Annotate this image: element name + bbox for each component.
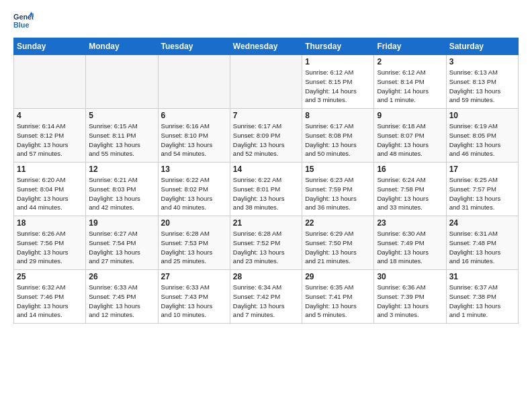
day-of-week-header: Saturday (446, 38, 518, 55)
day-info: Sunrise: 6:32 AM Sunset: 7:46 PM Dayligh… (17, 283, 83, 320)
calendar-cell: 9Sunrise: 6:18 AM Sunset: 8:07 PM Daylig… (374, 109, 446, 163)
day-number: 23 (377, 218, 443, 228)
day-info: Sunrise: 6:21 AM Sunset: 8:03 PM Dayligh… (89, 175, 154, 212)
day-number: 4 (17, 111, 83, 120)
calendar-week-row: 18Sunrise: 6:26 AM Sunset: 7:56 PM Dayli… (14, 216, 519, 270)
day-number: 13 (161, 165, 227, 174)
calendar-cell: 23Sunrise: 6:30 AM Sunset: 7:49 PM Dayli… (374, 216, 446, 270)
day-number: 10 (449, 111, 515, 120)
day-of-week-header: Monday (86, 38, 158, 55)
calendar-cell: 21Sunrise: 6:28 AM Sunset: 7:52 PM Dayli… (230, 216, 302, 270)
calendar-cell: 5Sunrise: 6:15 AM Sunset: 8:11 PM Daylig… (86, 109, 158, 163)
calendar-cell (230, 55, 302, 109)
calendar-cell (14, 55, 86, 109)
day-number: 27 (161, 272, 227, 281)
calendar-cell: 15Sunrise: 6:23 AM Sunset: 7:59 PM Dayli… (302, 163, 374, 216)
calendar-cell: 11Sunrise: 6:20 AM Sunset: 8:04 PM Dayli… (14, 163, 86, 216)
day-number: 18 (17, 218, 83, 228)
logo-icon: General Blue (13, 11, 34, 31)
day-number: 31 (449, 272, 515, 281)
page-container: General Blue SundayMondayTuesdayWednesda… (0, 0, 532, 330)
calendar-cell: 26Sunrise: 6:33 AM Sunset: 7:45 PM Dayli… (86, 270, 158, 324)
calendar-week-row: 11Sunrise: 6:20 AM Sunset: 8:04 PM Dayli… (14, 163, 519, 216)
calendar-cell: 17Sunrise: 6:25 AM Sunset: 7:57 PM Dayli… (446, 163, 518, 216)
calendar-cell (158, 55, 230, 109)
day-number: 24 (449, 218, 515, 228)
calendar-week-row: 1Sunrise: 6:12 AM Sunset: 8:15 PM Daylig… (14, 55, 519, 109)
day-number: 19 (89, 218, 154, 228)
day-number: 29 (305, 272, 371, 281)
day-info: Sunrise: 6:33 AM Sunset: 7:45 PM Dayligh… (89, 283, 154, 320)
calendar-cell: 4Sunrise: 6:14 AM Sunset: 8:12 PM Daylig… (14, 109, 86, 163)
calendar-cell: 1Sunrise: 6:12 AM Sunset: 8:15 PM Daylig… (302, 55, 374, 109)
day-number: 26 (89, 272, 154, 281)
calendar-table: SundayMondayTuesdayWednesdayThursdayFrid… (13, 38, 519, 324)
day-number: 8 (305, 111, 371, 120)
day-number: 16 (377, 165, 443, 174)
day-number: 11 (17, 165, 83, 174)
day-number: 28 (233, 272, 299, 281)
day-info: Sunrise: 6:28 AM Sunset: 7:52 PM Dayligh… (233, 229, 299, 266)
calendar-cell: 31Sunrise: 6:37 AM Sunset: 7:38 PM Dayli… (446, 270, 518, 324)
day-info: Sunrise: 6:17 AM Sunset: 8:08 PM Dayligh… (305, 122, 371, 158)
day-of-week-header: Friday (374, 38, 446, 55)
day-info: Sunrise: 6:34 AM Sunset: 7:42 PM Dayligh… (233, 283, 299, 320)
calendar-cell: 24Sunrise: 6:31 AM Sunset: 7:48 PM Dayli… (446, 216, 518, 270)
calendar-cell: 20Sunrise: 6:28 AM Sunset: 7:53 PM Dayli… (158, 216, 230, 270)
day-number: 3 (449, 57, 515, 66)
day-info: Sunrise: 6:23 AM Sunset: 7:59 PM Dayligh… (305, 175, 371, 212)
calendar-cell: 10Sunrise: 6:19 AM Sunset: 8:05 PM Dayli… (446, 109, 518, 163)
calendar-cell: 13Sunrise: 6:22 AM Sunset: 8:02 PM Dayli… (158, 163, 230, 216)
calendar-week-row: 25Sunrise: 6:32 AM Sunset: 7:46 PM Dayli… (14, 270, 519, 324)
day-number: 20 (161, 218, 227, 228)
calendar-cell: 18Sunrise: 6:26 AM Sunset: 7:56 PM Dayli… (14, 216, 86, 270)
calendar-cell: 19Sunrise: 6:27 AM Sunset: 7:54 PM Dayli… (86, 216, 158, 270)
day-number: 30 (377, 272, 443, 281)
day-info: Sunrise: 6:24 AM Sunset: 7:58 PM Dayligh… (377, 175, 443, 212)
day-info: Sunrise: 6:12 AM Sunset: 8:14 PM Dayligh… (377, 68, 443, 105)
calendar-cell: 16Sunrise: 6:24 AM Sunset: 7:58 PM Dayli… (374, 163, 446, 216)
day-info: Sunrise: 6:33 AM Sunset: 7:43 PM Dayligh… (161, 283, 227, 320)
calendar-cell: 14Sunrise: 6:22 AM Sunset: 8:01 PM Dayli… (230, 163, 302, 216)
day-of-week-header: Wednesday (230, 38, 302, 55)
day-number: 21 (233, 218, 299, 228)
day-info: Sunrise: 6:31 AM Sunset: 7:48 PM Dayligh… (449, 229, 515, 266)
day-info: Sunrise: 6:36 AM Sunset: 7:39 PM Dayligh… (377, 283, 443, 320)
day-number: 9 (377, 111, 443, 120)
calendar-cell: 12Sunrise: 6:21 AM Sunset: 8:03 PM Dayli… (86, 163, 158, 216)
day-info: Sunrise: 6:29 AM Sunset: 7:50 PM Dayligh… (305, 229, 371, 266)
calendar-cell: 3Sunrise: 6:13 AM Sunset: 8:13 PM Daylig… (446, 55, 518, 109)
day-info: Sunrise: 6:30 AM Sunset: 7:49 PM Dayligh… (377, 229, 443, 266)
day-of-week-header: Thursday (302, 38, 374, 55)
day-info: Sunrise: 6:35 AM Sunset: 7:41 PM Dayligh… (305, 283, 371, 320)
day-info: Sunrise: 6:13 AM Sunset: 8:13 PM Dayligh… (449, 68, 515, 105)
day-number: 12 (89, 165, 154, 174)
calendar-cell: 2Sunrise: 6:12 AM Sunset: 8:14 PM Daylig… (374, 55, 446, 109)
calendar-cell: 30Sunrise: 6:36 AM Sunset: 7:39 PM Dayli… (374, 270, 446, 324)
day-number: 5 (89, 111, 154, 120)
day-info: Sunrise: 6:25 AM Sunset: 7:57 PM Dayligh… (449, 175, 515, 212)
calendar-cell: 29Sunrise: 6:35 AM Sunset: 7:41 PM Dayli… (302, 270, 374, 324)
day-info: Sunrise: 6:16 AM Sunset: 8:10 PM Dayligh… (161, 122, 227, 158)
day-number: 14 (233, 165, 299, 174)
calendar-cell: 7Sunrise: 6:17 AM Sunset: 8:09 PM Daylig… (230, 109, 302, 163)
day-info: Sunrise: 6:18 AM Sunset: 8:07 PM Dayligh… (377, 122, 443, 158)
day-number: 17 (449, 165, 515, 174)
day-number: 6 (161, 111, 227, 120)
day-info: Sunrise: 6:26 AM Sunset: 7:56 PM Dayligh… (17, 229, 83, 266)
calendar-cell: 22Sunrise: 6:29 AM Sunset: 7:50 PM Dayli… (302, 216, 374, 270)
calendar-cell: 6Sunrise: 6:16 AM Sunset: 8:10 PM Daylig… (158, 109, 230, 163)
day-of-week-header: Sunday (14, 38, 86, 55)
day-info: Sunrise: 6:20 AM Sunset: 8:04 PM Dayligh… (17, 175, 83, 212)
day-number: 7 (233, 111, 299, 120)
day-info: Sunrise: 6:12 AM Sunset: 8:15 PM Dayligh… (305, 68, 371, 105)
day-of-week-header: Tuesday (158, 38, 230, 55)
calendar-cell: 8Sunrise: 6:17 AM Sunset: 8:08 PM Daylig… (302, 109, 374, 163)
day-number: 22 (305, 218, 371, 228)
day-info: Sunrise: 6:19 AM Sunset: 8:05 PM Dayligh… (449, 122, 515, 158)
calendar-cell: 28Sunrise: 6:34 AM Sunset: 7:42 PM Dayli… (230, 270, 302, 324)
day-info: Sunrise: 6:27 AM Sunset: 7:54 PM Dayligh… (89, 229, 154, 266)
day-info: Sunrise: 6:22 AM Sunset: 8:01 PM Dayligh… (233, 175, 299, 212)
day-number: 1 (305, 57, 371, 66)
day-info: Sunrise: 6:14 AM Sunset: 8:12 PM Dayligh… (17, 122, 83, 158)
